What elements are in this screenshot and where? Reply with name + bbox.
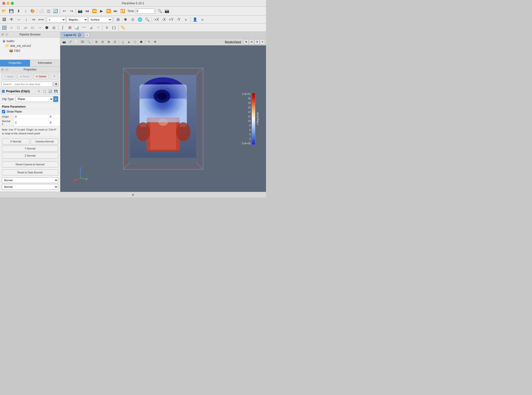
search-icon[interactable]: 🔍 [144,16,151,23]
chevron-right-icon[interactable]: » [183,16,189,23]
select-block-icon[interactable]: ⊡ [112,39,118,45]
panel-minimize-button[interactable]: − [5,33,9,36]
delete-button[interactable]: ✕ Delete [33,73,49,79]
x-normal-button[interactable]: X Normal [2,138,29,144]
panel-close-button[interactable]: ✕ [1,33,4,36]
select-icon[interactable]: ✱ [122,16,129,23]
tree-item-builtin[interactable]: 🖥 builtin: [1,39,59,44]
calc-icon[interactable]: 🔢 [1,24,8,31]
cube-icon[interactable]: ⬜ [74,39,79,45]
3d-label[interactable]: 3D [80,39,85,45]
open-folder-icon[interactable]: 📂 [1,8,8,14]
origin-y-input[interactable] [49,115,60,119]
eye-icon[interactable]: 👁 [8,16,15,23]
save-icon[interactable]: 💾 [8,8,15,14]
grab-icon[interactable]: ✥ [152,39,158,45]
plane-icon[interactable]: ▱ [22,24,29,31]
y-pos-icon[interactable]: +Y [168,16,174,23]
props-close-button[interactable]: ✕ [1,68,4,71]
z-normal-button[interactable]: Z Normal [2,153,58,159]
bracket-icon[interactable]: { } [111,24,117,31]
sphere-icon[interactable]: ○ [8,24,15,31]
select-tri-icon[interactable]: ▲ [126,39,132,45]
layout-tab-close[interactable]: ✕ [78,33,81,37]
camera-normal-button[interactable]: Camera Normal [31,138,58,144]
surface-select[interactable]: Surface [88,17,112,22]
axes-h-icon[interactable]: ↔ [16,16,22,23]
select-cells-icon[interactable]: ⊟ [100,39,105,45]
play-icon[interactable]: ▶ [98,8,105,14]
screenshot-icon[interactable]: 📸 [164,8,170,14]
close-button[interactable] [2,2,5,5]
display-icon1[interactable]: 🖼 [1,16,8,23]
poly-icon[interactable]: ⬡ [132,39,138,45]
help-button[interactable]: ? [50,73,58,79]
ring-icon[interactable]: ◎ [51,24,57,31]
view-options-icon[interactable]: ◫ [45,8,52,14]
magnify-icon[interactable]: 🔍 [86,39,92,45]
x-pos-icon[interactable]: +X [153,16,160,23]
play-begin-icon[interactable]: ⏮ [84,8,91,14]
arrow-icon[interactable]: → [36,24,43,31]
select-region-icon[interactable]: ⊠ [106,39,112,45]
select-poly-icon[interactable]: ⬢ [138,39,144,45]
play-next-icon[interactable]: ⏩ [105,8,112,14]
normal-combo2[interactable]: Normal [2,184,58,190]
zoom-icon[interactable]: 🔍 [157,8,163,14]
viewport[interactable]: 2.2e+01 20 18 16 14 12 10 8 6 4 2 0.0e+0… [60,45,266,192]
maximize-button[interactable] [11,2,14,5]
origin-x-input[interactable] [14,115,49,119]
split-h-button[interactable]: ⊞ [244,39,249,44]
tab-information[interactable]: Information [30,60,60,66]
wave-icon[interactable]: 〰 [81,24,87,31]
more-icon[interactable]: » [199,16,206,23]
edit-pts-icon[interactable]: ✎ [146,39,152,45]
particles-icon[interactable]: ⁘ [95,24,101,31]
chart-icon[interactable]: 📊 [74,24,80,31]
normal-combo1[interactable]: Normal [2,177,58,183]
ruler-icon[interactable]: 📏 [119,24,126,31]
copy-icon[interactable]: ⎘ [36,89,41,94]
camera-icon[interactable]: 📷 [77,8,83,14]
arrows-icon[interactable]: ⟺ [38,16,44,23]
paste-icon[interactable]: 📋 [42,89,47,94]
reset-camera-button[interactable]: Reset Camera to Normal [2,161,58,167]
loop-icon[interactable]: 🔁 [119,8,126,14]
normal-x-input[interactable] [14,119,49,126]
filter-icon[interactable]: ⊿ [88,24,94,31]
reset-button[interactable]: ⊘ Reset [17,73,33,79]
variable-select[interactable]: v [47,17,66,22]
split-v-button[interactable]: ⊟ [249,39,254,44]
magnitude-select[interactable]: Magnitu... [66,17,88,22]
play-prev-icon[interactable]: ⏪ [91,8,98,14]
redo-icon[interactable]: ↪ [68,8,75,14]
palette-icon[interactable]: 🎨 [29,8,36,14]
lines-icon[interactable]: ≡ [103,24,110,31]
layout-tab-1[interactable]: Layout #1 ✕ [61,32,84,38]
reset-data-bounds-button[interactable]: Reset to Data Bounds [2,169,58,176]
undo-icon[interactable]: ↩ [61,8,68,14]
normal-y-input[interactable] [49,119,60,126]
select-pts-icon[interactable]: ⊞ [94,39,99,45]
layout-tab-add[interactable]: + [85,33,90,38]
link-icon[interactable]: 🔗 [67,39,73,45]
screenshot-view-icon[interactable]: 📷 [61,39,67,45]
transform-icon[interactable]: ↕ [22,8,29,14]
close-view-button[interactable]: ✕ [260,39,265,44]
minimize-button[interactable] [7,2,10,5]
axes-v-icon[interactable]: ↕ [23,16,30,23]
person-icon[interactable]: 👤 [192,16,198,23]
maximize-button[interactable]: ⊡ [255,39,260,44]
draw-tri-icon[interactable]: △ [120,39,125,45]
integrate-icon[interactable]: ∫ [59,24,66,31]
show-plane-checkbox[interactable] [2,110,5,113]
apply-button[interactable]: ✓ Apply [1,73,16,79]
refresh-icon[interactable]: 🔄 [52,8,59,14]
download-icon[interactable]: ⬇ [15,8,22,14]
tree-item-disk[interactable]: 📁 disk_out_ref.ex2 [1,44,59,48]
search-settings-button[interactable]: ⚙ [54,82,59,87]
props-min-button[interactable]: − [5,68,9,71]
y-normal-button[interactable]: Y Normal [2,145,58,152]
fit-icon[interactable]: ⊞ [115,16,121,23]
view-3d-icon[interactable]: ⬜ [38,8,45,14]
